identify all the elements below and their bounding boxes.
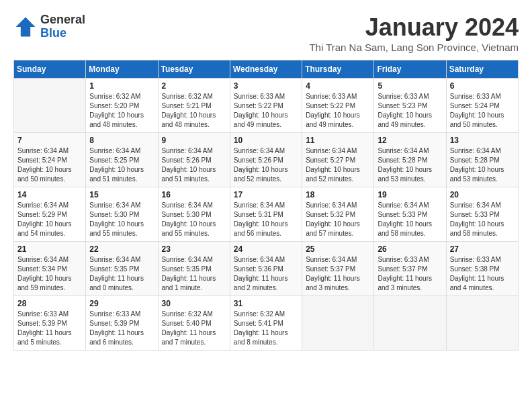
day-info: Sunrise: 6:34 AMSunset: 5:33 PMDaylight:… [450, 201, 515, 238]
calendar-cell: 7Sunrise: 6:34 AMSunset: 5:24 PMDaylight… [14, 133, 86, 187]
day-number: 11 [306, 136, 370, 145]
calendar-cell: 8Sunrise: 6:34 AMSunset: 5:25 PMDaylight… [86, 133, 158, 187]
day-info: Sunrise: 6:34 AMSunset: 5:35 PMDaylight:… [89, 255, 154, 293]
day-info: Sunrise: 6:33 AMSunset: 5:38 PMDaylight:… [450, 255, 515, 293]
logo-text: General Blue [40, 13, 85, 40]
day-info: Sunrise: 6:34 AMSunset: 5:34 PMDaylight:… [17, 255, 82, 293]
day-info: Sunrise: 6:33 AMSunset: 5:24 PMDaylight:… [450, 92, 515, 130]
day-info: Sunrise: 6:33 AMSunset: 5:23 PMDaylight:… [378, 92, 442, 130]
day-number: 8 [89, 136, 154, 145]
calendar-cell: 6Sunrise: 6:33 AMSunset: 5:24 PMDaylight… [446, 79, 518, 133]
day-number: 3 [234, 81, 298, 91]
calendar-cell: 22Sunrise: 6:34 AMSunset: 5:35 PMDayligh… [86, 242, 158, 296]
logo-general: General [40, 13, 85, 27]
day-info: Sunrise: 6:34 AMSunset: 5:28 PMDaylight:… [378, 146, 442, 184]
calendar-cell [302, 296, 374, 351]
title-section: January 2024 Thi Tran Na Sam, Lang Son P… [309, 13, 519, 53]
day-of-week-header: Friday [374, 60, 446, 79]
day-number: 14 [17, 190, 82, 199]
calendar-week-row: 21Sunrise: 6:34 AMSunset: 5:34 PMDayligh… [14, 242, 519, 296]
calendar-cell: 3Sunrise: 6:33 AMSunset: 5:22 PMDaylight… [230, 79, 302, 133]
calendar-cell: 16Sunrise: 6:34 AMSunset: 5:30 PMDayligh… [158, 187, 230, 242]
day-number: 28 [17, 299, 82, 308]
calendar-cell: 10Sunrise: 6:34 AMSunset: 5:26 PMDayligh… [230, 133, 302, 187]
day-number: 29 [89, 299, 154, 308]
calendar-cell: 28Sunrise: 6:33 AMSunset: 5:39 PMDayligh… [14, 296, 86, 351]
calendar-cell: 4Sunrise: 6:33 AMSunset: 5:22 PMDaylight… [302, 79, 374, 133]
day-info: Sunrise: 6:34 AMSunset: 5:35 PMDaylight:… [162, 255, 226, 293]
day-info: Sunrise: 6:34 AMSunset: 5:25 PMDaylight:… [89, 146, 154, 184]
day-number: 1 [89, 81, 154, 91]
calendar-cell: 23Sunrise: 6:34 AMSunset: 5:35 PMDayligh… [158, 242, 230, 296]
calendar-cell: 5Sunrise: 6:33 AMSunset: 5:23 PMDaylight… [374, 79, 446, 133]
day-info: Sunrise: 6:34 AMSunset: 5:33 PMDaylight:… [378, 201, 442, 238]
day-of-week-header: Saturday [446, 60, 518, 79]
calendar-week-row: 7Sunrise: 6:34 AMSunset: 5:24 PMDaylight… [14, 133, 519, 187]
calendar-cell: 14Sunrise: 6:34 AMSunset: 5:29 PMDayligh… [14, 187, 86, 242]
calendar-cell: 25Sunrise: 6:34 AMSunset: 5:37 PMDayligh… [302, 242, 374, 296]
day-info: Sunrise: 6:34 AMSunset: 5:26 PMDaylight:… [162, 146, 226, 184]
day-info: Sunrise: 6:33 AMSunset: 5:37 PMDaylight:… [378, 255, 442, 293]
day-info: Sunrise: 6:33 AMSunset: 5:39 PMDaylight:… [17, 310, 82, 347]
day-of-week-header: Wednesday [230, 60, 302, 79]
calendar-cell [374, 296, 446, 351]
svg-marker-0 [16, 17, 36, 36]
calendar-title: January 2024 [309, 13, 519, 42]
logo-blue: Blue [40, 27, 85, 40]
day-number: 26 [378, 244, 442, 254]
calendar-cell: 12Sunrise: 6:34 AMSunset: 5:28 PMDayligh… [374, 133, 446, 187]
calendar-table: SundayMondayTuesdayWednesdayThursdayFrid… [13, 60, 519, 351]
day-number: 24 [234, 244, 298, 254]
calendar-cell [14, 79, 86, 133]
calendar-cell: 19Sunrise: 6:34 AMSunset: 5:33 PMDayligh… [374, 187, 446, 242]
day-info: Sunrise: 6:34 AMSunset: 5:31 PMDaylight:… [234, 201, 298, 238]
day-info: Sunrise: 6:34 AMSunset: 5:36 PMDaylight:… [234, 255, 298, 293]
day-number: 31 [234, 299, 298, 308]
day-number: 30 [162, 299, 226, 308]
day-number: 21 [17, 244, 82, 254]
calendar-cell: 27Sunrise: 6:33 AMSunset: 5:38 PMDayligh… [446, 242, 518, 296]
day-info: Sunrise: 6:34 AMSunset: 5:30 PMDaylight:… [89, 201, 154, 238]
calendar-cell: 20Sunrise: 6:34 AMSunset: 5:33 PMDayligh… [446, 187, 518, 242]
calendar-week-row: 28Sunrise: 6:33 AMSunset: 5:39 PMDayligh… [14, 296, 519, 351]
day-info: Sunrise: 6:34 AMSunset: 5:37 PMDaylight:… [306, 255, 370, 293]
calendar-cell: 21Sunrise: 6:34 AMSunset: 5:34 PMDayligh… [14, 242, 86, 296]
day-info: Sunrise: 6:33 AMSunset: 5:39 PMDaylight:… [89, 310, 154, 347]
day-number: 2 [162, 81, 226, 91]
day-number: 7 [17, 136, 82, 145]
days-of-week-row: SundayMondayTuesdayWednesdayThursdayFrid… [14, 60, 519, 79]
calendar-cell: 24Sunrise: 6:34 AMSunset: 5:36 PMDayligh… [230, 242, 302, 296]
calendar-cell: 31Sunrise: 6:32 AMSunset: 5:41 PMDayligh… [230, 296, 302, 351]
day-of-week-header: Thursday [302, 60, 374, 79]
day-number: 23 [162, 244, 226, 254]
day-info: Sunrise: 6:34 AMSunset: 5:28 PMDaylight:… [450, 146, 515, 184]
day-number: 22 [89, 244, 154, 254]
day-number: 27 [450, 244, 515, 254]
day-number: 20 [450, 190, 515, 199]
day-info: Sunrise: 6:34 AMSunset: 5:26 PMDaylight:… [234, 146, 298, 184]
day-info: Sunrise: 6:34 AMSunset: 5:32 PMDaylight:… [306, 201, 370, 238]
calendar-cell: 9Sunrise: 6:34 AMSunset: 5:26 PMDaylight… [158, 133, 230, 187]
day-info: Sunrise: 6:33 AMSunset: 5:22 PMDaylight:… [306, 92, 370, 130]
calendar-cell: 29Sunrise: 6:33 AMSunset: 5:39 PMDayligh… [86, 296, 158, 351]
calendar-cell: 11Sunrise: 6:34 AMSunset: 5:27 PMDayligh… [302, 133, 374, 187]
calendar-body: 1Sunrise: 6:32 AMSunset: 5:20 PMDaylight… [14, 79, 519, 351]
day-number: 13 [450, 136, 515, 145]
calendar-cell [446, 296, 518, 351]
calendar-cell: 1Sunrise: 6:32 AMSunset: 5:20 PMDaylight… [86, 79, 158, 133]
day-number: 15 [89, 190, 154, 199]
day-number: 10 [234, 136, 298, 145]
day-number: 19 [378, 190, 442, 199]
day-number: 16 [162, 190, 226, 199]
day-info: Sunrise: 6:32 AMSunset: 5:20 PMDaylight:… [89, 92, 154, 130]
day-of-week-header: Sunday [14, 60, 86, 79]
day-number: 9 [162, 136, 226, 145]
day-of-week-header: Monday [86, 60, 158, 79]
day-of-week-header: Tuesday [158, 60, 230, 79]
calendar-cell: 13Sunrise: 6:34 AMSunset: 5:28 PMDayligh… [446, 133, 518, 187]
calendar-cell: 30Sunrise: 6:32 AMSunset: 5:40 PMDayligh… [158, 296, 230, 351]
calendar-cell: 15Sunrise: 6:34 AMSunset: 5:30 PMDayligh… [86, 187, 158, 242]
day-info: Sunrise: 6:34 AMSunset: 5:29 PMDaylight:… [17, 201, 82, 238]
day-info: Sunrise: 6:34 AMSunset: 5:27 PMDaylight:… [306, 146, 370, 184]
day-number: 18 [306, 190, 370, 199]
